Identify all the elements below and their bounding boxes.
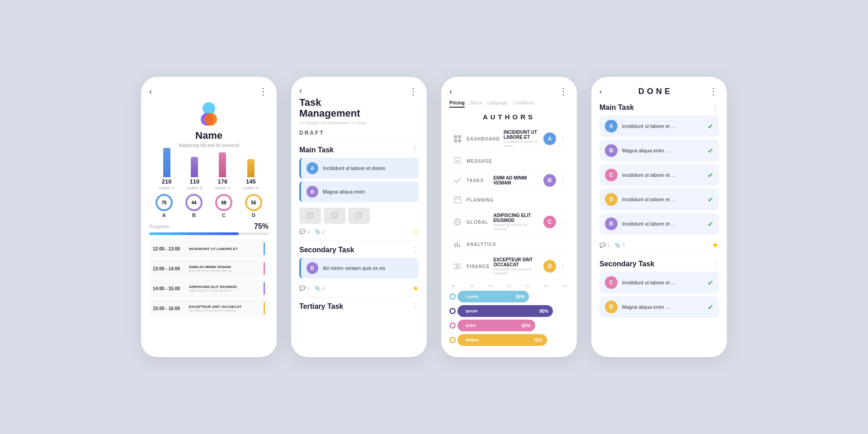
- phone4-avatar-b: B: [605, 144, 618, 157]
- svg-rect-4: [454, 158, 461, 163]
- back-button[interactable]: ‹: [149, 87, 152, 96]
- phone4-task-c[interactable]: C Incididunt ut labore et … ✔: [599, 164, 719, 186]
- phone4-divider: [599, 255, 719, 255]
- phone2-title: TaskManagement: [299, 97, 360, 119]
- author-row-tasks: TASKS ENIM AD MINIM VENIAM B ⋮: [449, 170, 569, 191]
- tertiary-task-more[interactable]: ⋮: [411, 302, 419, 311]
- task-card-b[interactable]: B Magna aliqua enim: [299, 181, 419, 202]
- image-placeholders: 🖼 🖼 🖼: [299, 208, 419, 224]
- back-button-2[interactable]: ‹: [299, 86, 302, 95]
- more-button[interactable]: ⋮: [259, 86, 269, 97]
- secondary-task-section: Secondary Task ⋮ B Ad minim veniam quis …: [299, 245, 419, 278]
- s-star-icon[interactable]: ★: [412, 284, 419, 292]
- phone4-task-d[interactable]: D Incididunt ut labore et … ✔: [599, 189, 719, 210]
- main-task-footer: 💬3 📎2 ☆: [299, 227, 419, 236]
- phone4-text-c: Incididunt ut labore et …: [622, 172, 703, 178]
- phone4-main-footer: 💬1 📎3 ★: [599, 240, 719, 250]
- authors-list: DASHBOARD INCIDIDUNT UT LABORE ET incidi…: [449, 126, 569, 279]
- author-row-message: MESSAGE: [449, 152, 569, 170]
- back-button-4[interactable]: ‹: [599, 87, 602, 96]
- gantt-row-dolor: Dolor 65%: [449, 320, 569, 331]
- attachments-count: 📎2: [314, 229, 325, 235]
- svg-rect-5: [454, 197, 461, 203]
- circle-c: 68 C: [215, 194, 232, 218]
- img-ph-3: 🖼: [348, 208, 370, 224]
- phone4-secondary-more[interactable]: ⋮: [712, 259, 719, 268]
- logo-icon: [197, 102, 221, 126]
- nav-tabs: Pricing About Language Conditions: [449, 100, 569, 108]
- tab-about[interactable]: About: [470, 100, 482, 108]
- phone4-main-more[interactable]: ⋮: [712, 103, 719, 112]
- schedule-item-4: 15:00 - 16:00 EXCEPTEUR SINT OCCAECAT ex…: [149, 299, 269, 317]
- tab-conditions[interactable]: Conditions: [513, 100, 534, 108]
- message-icon: [452, 156, 463, 166]
- star-icon[interactable]: ☆: [412, 227, 419, 236]
- phone4-sec-avatar-c: C: [605, 276, 618, 289]
- svg-rect-13: [457, 242, 458, 247]
- done-title: DONE: [638, 87, 673, 96]
- phone4-sec-task-c[interactable]: C Incididunt ut labore et … ✔: [599, 272, 719, 293]
- schedule-item-3: 14:00 - 15:00 ADIPISCING ELIT EIUSMOD ad…: [149, 279, 269, 297]
- phone-4: ‹ DONE ⋮ Main Task ⋮ A Incididunt ut lab…: [591, 77, 727, 357]
- bar-group-a: 210 Author A: [159, 148, 175, 190]
- progress-row: Progress 75%: [149, 222, 269, 231]
- more-button-3[interactable]: ⋮: [559, 86, 569, 97]
- circle-b: 44 B: [185, 194, 203, 218]
- s-attachments-count: 📎4: [314, 285, 325, 291]
- gantt-bar-magna: Magna 75%: [458, 334, 547, 346]
- tab-pricing[interactable]: Pricing: [449, 100, 465, 108]
- gantt-chart: 28293031010203 Lorem 55% Ipsum 80% D: [449, 284, 569, 346]
- svg-rect-2: [454, 139, 457, 142]
- draft-badge: DRAFT: [299, 130, 419, 140]
- gantt-bar-lorem: Lorem 55%: [458, 291, 529, 302]
- gantt-row-ipsum: Ipsum 80%: [449, 305, 569, 317]
- main-task-more[interactable]: ⋮: [411, 146, 419, 154]
- schedule-item-1: 12:00 - 13:00 INCIDIDUNT UT LABORE ET: [149, 240, 269, 258]
- sec-check-d: ✔: [708, 303, 713, 311]
- phone4-task-a[interactable]: A Incididunt ut labore et … ✔: [599, 115, 719, 137]
- comments-count: 💬3: [299, 229, 310, 235]
- svg-point-16: [457, 265, 459, 268]
- phone4-avatar-b2: B: [605, 217, 618, 230]
- task-avatar-b2: B: [307, 262, 318, 274]
- phone4-task-b[interactable]: B Magna aliqua enim … ✔: [599, 140, 719, 161]
- check-b2: ✔: [708, 220, 713, 228]
- gantt-dot-magna: [449, 337, 456, 343]
- task-avatar-b: B: [307, 186, 318, 198]
- bar-lbl-c: Author C: [215, 186, 231, 190]
- bar-val-b: 110: [189, 178, 199, 185]
- task-card-b2[interactable]: B Ad minim veniam quis ex ea: [299, 258, 419, 278]
- phone4-main-task-title: Main Task: [599, 104, 634, 112]
- phone4-star[interactable]: ★: [712, 240, 719, 250]
- bar-val-c: 176: [218, 178, 228, 185]
- author-row-analytics: ANALYTICS: [449, 235, 569, 254]
- phone4-avatar-a: A: [605, 120, 618, 132]
- author-row-dashboard: DASHBOARD INCIDIDUNT UT LABORE ET incidi…: [449, 126, 569, 152]
- check-d: ✔: [708, 195, 713, 204]
- tasks-icon: [452, 175, 463, 186]
- section-divider: [299, 241, 419, 241]
- bar-b: [191, 157, 198, 177]
- phone4-task-b2[interactable]: B Incididunt ut labore et … ✔: [599, 213, 719, 235]
- secondary-task-more[interactable]: ⋮: [411, 245, 419, 254]
- phone2-header: ‹ TaskManagement ⋮: [299, 86, 419, 119]
- progress-bar-fill: [149, 232, 239, 235]
- tab-language[interactable]: Language: [487, 100, 508, 108]
- img-ph-2: 🖼: [324, 208, 345, 224]
- more-button-4[interactable]: ⋮: [709, 86, 719, 97]
- task-text-b: Magna aliqua enim: [323, 189, 365, 194]
- bar-group-d: 145 Author D: [243, 159, 259, 190]
- check-a: ✔: [708, 122, 713, 131]
- task-card-a[interactable]: A Incididunt ut labore et dolore: [299, 158, 419, 179]
- back-button-3[interactable]: ‹: [449, 87, 452, 96]
- svg-rect-12: [454, 243, 456, 247]
- breadcrumb: 01 Division / 01 Department / A Team: [299, 121, 419, 125]
- svg-rect-3: [458, 139, 461, 142]
- phone4-comments: 💬1: [599, 242, 610, 248]
- authors-title: AUTHORS: [449, 113, 569, 121]
- phone4-attachments: 📎3: [614, 242, 625, 248]
- schedule-item-2: 13:00 - 14:00 ENIM AD MINIM VENIAM enim …: [149, 259, 269, 278]
- author-row-planning: PLANNING: [449, 191, 569, 209]
- more-button-2[interactable]: ⋮: [409, 86, 419, 97]
- phone4-sec-task-d[interactable]: D Magna aliqua enim … ✔: [599, 296, 719, 318]
